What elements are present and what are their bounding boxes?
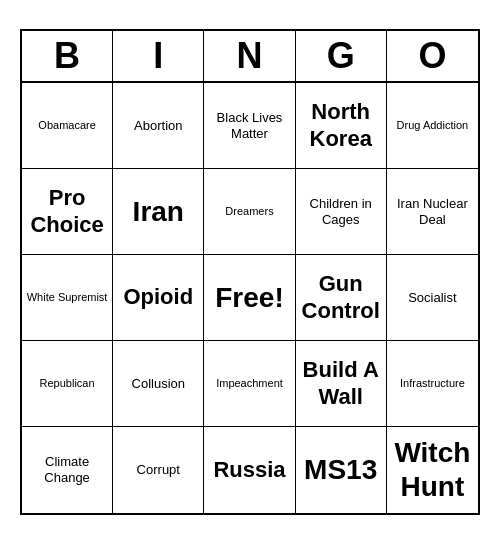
- bingo-cell-17: Impeachment: [204, 341, 295, 427]
- header-n: N: [204, 31, 295, 81]
- bingo-cell-24: Witch Hunt: [387, 427, 478, 513]
- bingo-cell-text-0: Obamacare: [38, 119, 95, 132]
- bingo-cell-2: Black Lives Matter: [204, 83, 295, 169]
- bingo-cell-13: Gun Control: [296, 255, 387, 341]
- bingo-cell-text-23: MS13: [304, 453, 377, 487]
- bingo-cell-text-1: Abortion: [134, 118, 182, 134]
- bingo-cell-text-17: Impeachment: [216, 377, 283, 390]
- bingo-grid: ObamacareAbortionBlack Lives MatterNorth…: [22, 83, 478, 513]
- bingo-cell-16: Collusion: [113, 341, 204, 427]
- bingo-header: B I N G O: [22, 31, 478, 83]
- bingo-cell-text-22: Russia: [213, 457, 285, 483]
- bingo-cell-12: Free!: [204, 255, 295, 341]
- bingo-cell-text-6: Iran: [133, 195, 184, 229]
- bingo-cell-text-16: Collusion: [132, 376, 185, 392]
- bingo-cell-10: White Supremist: [22, 255, 113, 341]
- bingo-cell-text-7: Dreamers: [225, 205, 273, 218]
- bingo-cell-text-4: Drug Addiction: [397, 119, 469, 132]
- bingo-card: B I N G O ObamacareAbortionBlack Lives M…: [20, 29, 480, 515]
- bingo-cell-text-20: Climate Change: [26, 454, 108, 485]
- bingo-cell-text-2: Black Lives Matter: [208, 110, 290, 141]
- header-i: I: [113, 31, 204, 81]
- bingo-cell-text-14: Socialist: [408, 290, 456, 306]
- bingo-cell-text-12: Free!: [215, 281, 283, 315]
- bingo-cell-text-21: Corrupt: [137, 462, 180, 478]
- bingo-cell-text-9: Iran Nuclear Deal: [391, 196, 474, 227]
- bingo-cell-23: MS13: [296, 427, 387, 513]
- bingo-cell-9: Iran Nuclear Deal: [387, 169, 478, 255]
- bingo-cell-8: Children in Cages: [296, 169, 387, 255]
- bingo-cell-text-11: Opioid: [123, 284, 193, 310]
- bingo-cell-5: Pro Choice: [22, 169, 113, 255]
- bingo-cell-7: Dreamers: [204, 169, 295, 255]
- bingo-cell-4: Drug Addiction: [387, 83, 478, 169]
- bingo-cell-text-15: Republican: [40, 377, 95, 390]
- bingo-cell-21: Corrupt: [113, 427, 204, 513]
- bingo-cell-text-24: Witch Hunt: [391, 436, 474, 503]
- bingo-cell-text-13: Gun Control: [300, 271, 382, 324]
- header-b: B: [22, 31, 113, 81]
- header-o: O: [387, 31, 478, 81]
- bingo-cell-15: Republican: [22, 341, 113, 427]
- bingo-cell-1: Abortion: [113, 83, 204, 169]
- bingo-cell-text-8: Children in Cages: [300, 196, 382, 227]
- bingo-cell-18: Build A Wall: [296, 341, 387, 427]
- bingo-cell-text-5: Pro Choice: [26, 185, 108, 238]
- bingo-cell-22: Russia: [204, 427, 295, 513]
- bingo-cell-19: Infrastructure: [387, 341, 478, 427]
- bingo-cell-text-18: Build A Wall: [300, 357, 382, 410]
- bingo-cell-6: Iran: [113, 169, 204, 255]
- bingo-cell-3: North Korea: [296, 83, 387, 169]
- bingo-cell-text-3: North Korea: [300, 99, 382, 152]
- bingo-cell-14: Socialist: [387, 255, 478, 341]
- bingo-cell-11: Opioid: [113, 255, 204, 341]
- bingo-cell-text-10: White Supremist: [27, 291, 108, 304]
- header-g: G: [296, 31, 387, 81]
- bingo-cell-0: Obamacare: [22, 83, 113, 169]
- bingo-cell-20: Climate Change: [22, 427, 113, 513]
- bingo-cell-text-19: Infrastructure: [400, 377, 465, 390]
